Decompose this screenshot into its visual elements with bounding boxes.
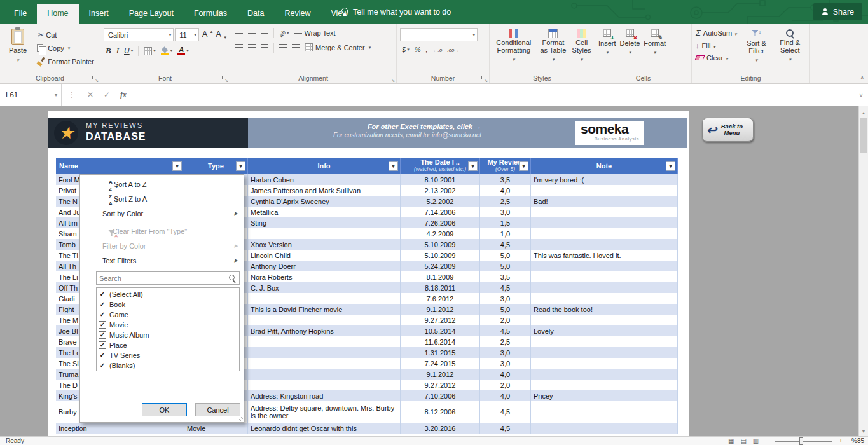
paste-dropdown-caret[interactable]: [17, 55, 19, 63]
checkbox-checked-icon[interactable]: [99, 291, 106, 298]
conditional-formatting-button[interactable]: Conditional Formatting: [492, 27, 536, 65]
cell-info[interactable]: [248, 293, 401, 304]
column-header-note[interactable]: Note: [531, 158, 678, 174]
align-top-button[interactable]: [233, 30, 245, 37]
zoom-slider[interactable]: [775, 441, 832, 442]
cell-review[interactable]: 2,5: [480, 196, 531, 207]
cell-styles-button[interactable]: Cell Styles: [570, 27, 593, 65]
menu-item-sort-by-color[interactable]: Sort by Color: [80, 206, 244, 221]
increase-font-size-button[interactable]: [200, 29, 213, 41]
zoom-in-button[interactable]: [839, 437, 843, 444]
cell-note[interactable]: [531, 336, 678, 347]
cell-review[interactable]: 4,5: [480, 239, 531, 250]
decrease-decimal-button[interactable]: [445, 45, 461, 54]
column-header-name[interactable]: Name: [56, 158, 184, 174]
cell-date[interactable]: 10.5.2014: [401, 325, 480, 336]
cell-note[interactable]: [531, 423, 678, 434]
cell-date[interactable]: 9.27.2012: [401, 380, 480, 390]
align-bottom-button[interactable]: [259, 30, 270, 37]
menu-item-sort-a-to-z[interactable]: Sort A to Z: [80, 177, 244, 191]
font-size-select[interactable]: 11: [175, 28, 199, 41]
format-cells-button[interactable]: Format: [642, 27, 667, 58]
cell-review[interactable]: 3,5: [480, 271, 531, 282]
cell-info[interactable]: Address: Kingston road: [248, 390, 401, 401]
bold-button[interactable]: [104, 45, 113, 57]
filter-search-box[interactable]: [96, 271, 240, 285]
cell-date[interactable]: 9.1.2012: [401, 369, 480, 380]
promo-link-text[interactable]: For other Excel templates, click →: [333, 123, 481, 130]
cell-date[interactable]: 8.12.2006: [401, 401, 480, 423]
cell-note[interactable]: [531, 358, 678, 369]
font-color-button[interactable]: [176, 46, 191, 56]
cell-date[interactable]: 7.24.2015: [401, 358, 480, 369]
ribbon-tab[interactable]: Insert: [79, 4, 119, 24]
cell-info[interactable]: Leonardo didnt get Oscar with this: [248, 423, 401, 434]
cell-info[interactable]: C. J. Box: [248, 282, 401, 293]
fill-button[interactable]: Fill: [694, 41, 739, 51]
cell-date[interactable]: 5.10.2009: [401, 239, 480, 250]
scroll-down-icon[interactable]: [859, 427, 868, 434]
cell-review[interactable]: 3,0: [480, 207, 531, 217]
cell-review[interactable]: 4,0: [480, 185, 531, 196]
cell-review[interactable]: 5,0: [480, 261, 531, 271]
cell-note[interactable]: [531, 207, 678, 217]
cell-review[interactable]: 5,0: [480, 250, 531, 261]
cell-note[interactable]: Pricey: [531, 390, 678, 401]
filter-button-name[interactable]: [172, 161, 182, 171]
filter-list-item[interactable]: TV Series: [99, 350, 239, 360]
cell-review[interactable]: 2,5: [480, 336, 531, 347]
filter-list-item[interactable]: Movie: [99, 320, 239, 330]
cell-info[interactable]: [248, 358, 401, 369]
cell-info[interactable]: Sting: [248, 217, 401, 228]
increase-decimal-button[interactable]: [431, 45, 444, 54]
cell-info[interactable]: James Patterson and Mark Sullivan: [248, 185, 401, 196]
filter-button-type[interactable]: [236, 161, 245, 171]
cell-note[interactable]: This was fantastic. I loved it.: [531, 250, 678, 261]
format-as-table-button[interactable]: Format as Table: [537, 27, 570, 65]
cell-note[interactable]: [531, 217, 678, 228]
formula-input[interactable]: [132, 84, 854, 106]
cell-review[interactable]: 4,5: [480, 401, 531, 423]
cell-review[interactable]: 3,0: [480, 358, 531, 369]
cut-button[interactable]: Cut: [35, 29, 96, 41]
menu-item-text-filters[interactable]: Text Filters: [80, 253, 244, 268]
cell-date[interactable]: 7.14.2006: [401, 207, 480, 217]
copy-button[interactable]: Copy: [35, 43, 96, 53]
fill-color-button[interactable]: [159, 46, 175, 56]
sort-filter-button[interactable]: Sort & Filter: [741, 27, 773, 66]
filter-button-note[interactable]: [666, 161, 675, 171]
cell-info[interactable]: Brad Pitt, Anthony Hopkins: [248, 325, 401, 336]
number-dialog-launcher[interactable]: [481, 75, 487, 81]
cancel-button[interactable]: Cancel: [195, 403, 240, 416]
cell-date[interactable]: 5.2.2002: [401, 196, 480, 207]
vertical-scrollbar[interactable]: [858, 106, 868, 436]
menu-item-sort-z-to-a[interactable]: Sort Z to A: [80, 191, 244, 206]
column-header-date[interactable]: The Date I ..(watched, visited etc.): [401, 158, 480, 174]
cell-info[interactable]: Lincoln Child: [248, 250, 401, 261]
insert-cells-button[interactable]: Insert: [597, 27, 617, 58]
cell-date[interactable]: 2.13.2002: [401, 185, 480, 196]
cell-date[interactable]: 8.1.2009: [401, 271, 480, 282]
ribbon-tab[interactable]: Data: [237, 4, 274, 24]
italic-button[interactable]: [114, 45, 121, 57]
cell-note[interactable]: [531, 315, 678, 325]
orientation-button[interactable]: [277, 29, 291, 38]
ribbon-tab[interactable]: Home: [37, 4, 78, 24]
autosum-button[interactable]: AutoSum: [694, 27, 739, 39]
underline-button[interactable]: [122, 46, 135, 56]
cell-info[interactable]: [248, 347, 401, 358]
cell-review[interactable]: 2,0: [480, 380, 531, 390]
wrap-text-button[interactable]: Wrap Text: [293, 28, 338, 38]
format-painter-button[interactable]: Format Painter: [35, 56, 96, 67]
filter-button-date[interactable]: [468, 161, 478, 171]
align-middle-button[interactable]: [246, 30, 258, 37]
cell-note[interactable]: [531, 282, 678, 293]
cell-review[interactable]: 5,0: [480, 304, 531, 315]
cell-review[interactable]: 4,0: [480, 390, 531, 401]
ribbon-tab[interactable]: Formulas: [184, 4, 237, 24]
cell-review[interactable]: 1,5: [480, 217, 531, 228]
decrease-indent-button[interactable]: [277, 44, 289, 51]
increase-indent-button[interactable]: [290, 44, 301, 51]
cell-note[interactable]: [531, 271, 678, 282]
cell-info[interactable]: [248, 315, 401, 325]
